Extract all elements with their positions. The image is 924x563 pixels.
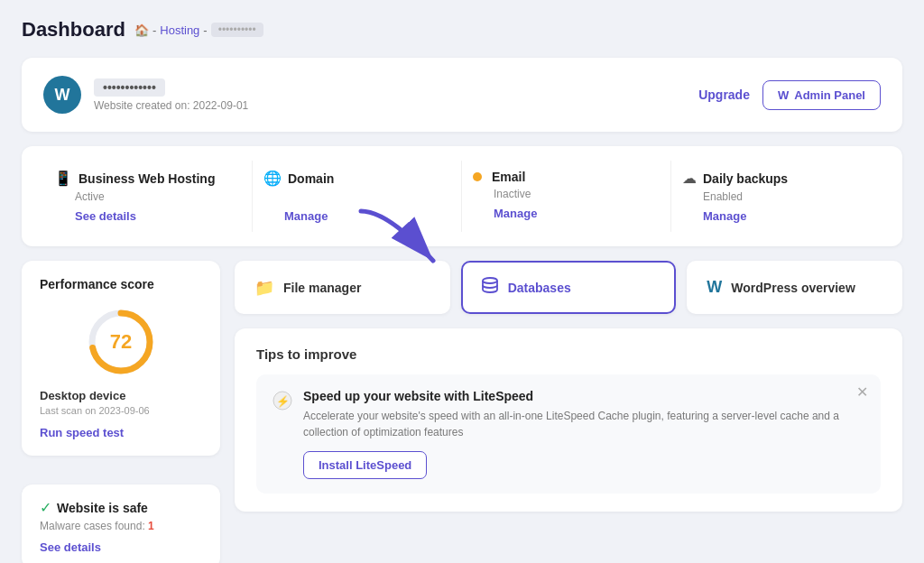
- admin-panel-button[interactable]: W Admin Panel: [762, 80, 881, 110]
- score-circle-wrap: 72: [40, 306, 202, 378]
- wordpress-logo: W: [43, 76, 81, 114]
- tip-heading: Speed up your website with LiteSpeed: [303, 389, 864, 403]
- close-tip-button[interactable]: ✕: [856, 385, 868, 400]
- website-meta: •••••••••••• Website created on: 2022-09…: [94, 78, 248, 112]
- upgrade-link[interactable]: Upgrade: [698, 88, 750, 102]
- score-circle: 72: [85, 306, 157, 378]
- tools-area: 📁 File manager Databases W Wor: [235, 261, 902, 328]
- service-hosting: 📱 Business Web Hosting Active See detail…: [43, 161, 253, 232]
- wp-icon-small: W: [778, 88, 789, 102]
- file-manager-button[interactable]: 📁 File manager: [235, 261, 450, 314]
- svg-point-3: [483, 278, 497, 283]
- hosting-link[interactable]: See details: [75, 209, 136, 223]
- malware-label: Malware cases found:: [40, 520, 145, 532]
- email-status: Inactive: [494, 188, 660, 200]
- backups-icon: ☁: [682, 170, 697, 187]
- tips-title: Tips to improve: [256, 346, 881, 362]
- left-panel: Performance score 72 Desktop device Last…: [22, 261, 220, 563]
- services-row: 📱 Business Web Hosting Active See detail…: [43, 161, 881, 232]
- domain-icon: 🌐: [263, 170, 282, 187]
- email-name: Email: [492, 170, 525, 184]
- admin-panel-label: Admin Panel: [794, 88, 865, 102]
- databases-button[interactable]: Databases: [461, 261, 677, 314]
- email-link[interactable]: Manage: [494, 207, 537, 220]
- backups-name: Daily backups: [703, 171, 788, 186]
- safety-card: ✓ Website is safe Malware cases found: 1…: [22, 485, 220, 563]
- website-actions: Upgrade W Admin Panel: [698, 80, 881, 110]
- backups-link[interactable]: Manage: [703, 209, 746, 223]
- home-icon: 🏠: [134, 23, 149, 37]
- service-email: Email Inactive Manage: [462, 161, 671, 232]
- breadcrumb-hosting-link[interactable]: Hosting: [160, 23, 199, 37]
- check-icon: ✓: [40, 499, 51, 516]
- domain-name: Domain: [288, 171, 334, 186]
- tools-row: 📁 File manager Databases W Wor: [235, 261, 902, 314]
- safety-see-details-link[interactable]: See details: [40, 540, 101, 554]
- hosting-status: Active: [75, 190, 241, 203]
- hosting-name: Business Web Hosting: [79, 171, 215, 186]
- breadcrumb: 🏠 - Hosting - ••••••••••: [134, 23, 263, 37]
- score-value: 72: [110, 330, 132, 354]
- service-domain: 🌐 Domain Manage: [253, 161, 462, 232]
- created-date: Website created on: 2022-09-01: [94, 99, 248, 112]
- install-litespeed-button[interactable]: Install LiteSpeed: [303, 451, 427, 479]
- tips-card: Tips to improve ⚡ Speed up your website …: [235, 328, 902, 512]
- hosting-icon: 📱: [54, 170, 72, 187]
- malware-count: 1: [148, 520, 154, 532]
- website-info: W •••••••••••• Website created on: 2022-…: [43, 76, 248, 114]
- wordpress-overview-label: WordPress overview: [731, 281, 855, 295]
- breadcrumb-separator: -: [152, 23, 156, 37]
- safe-header: ✓ Website is safe: [40, 499, 202, 516]
- service-backups: ☁ Daily backups Enabled Manage: [671, 161, 881, 232]
- page-title: Dashboard: [22, 18, 125, 42]
- malware-text: Malware cases found: 1: [40, 520, 202, 532]
- right-panel: 📁 File manager Databases W Wor: [235, 261, 902, 563]
- services-card: 📱 Business Web Hosting Active See detail…: [22, 146, 902, 246]
- svg-text:⚡: ⚡: [276, 394, 290, 408]
- wordpress-overview-button[interactable]: W WordPress overview: [687, 261, 902, 314]
- tip-lightning-icon: ⚡: [273, 391, 292, 415]
- tip-content: Speed up your website with LiteSpeed Acc…: [303, 389, 864, 479]
- website-card: W •••••••••••• Website created on: 2022-…: [22, 58, 902, 132]
- domain-link[interactable]: Manage: [284, 209, 328, 223]
- databases-label: Databases: [508, 281, 571, 295]
- performance-card: Performance score 72 Desktop device Last…: [22, 261, 220, 456]
- databases-icon: [481, 277, 499, 298]
- wordpress-overview-icon: W: [707, 278, 722, 297]
- scan-date: Last scan on 2023-09-06: [40, 405, 202, 416]
- safe-title: Website is safe: [57, 501, 148, 515]
- backups-status: Enabled: [703, 190, 870, 203]
- tip-item: ⚡ Speed up your website with LiteSpeed A…: [256, 374, 881, 494]
- main-content: Performance score 72 Desktop device Last…: [22, 261, 902, 563]
- email-status-dot: [473, 172, 482, 181]
- file-manager-icon: 📁: [254, 278, 274, 298]
- tip-description: Accelerate your website's speed with an …: [303, 408, 864, 440]
- breadcrumb-sep2: -: [203, 23, 207, 37]
- page-header: Dashboard 🏠 - Hosting - ••••••••••: [22, 18, 902, 42]
- file-manager-label: File manager: [283, 281, 361, 295]
- domain-status: [284, 190, 450, 203]
- run-speed-test-link[interactable]: Run speed test: [40, 426, 124, 439]
- device-label: Desktop device: [40, 389, 202, 402]
- wp-logo-text: W: [55, 86, 70, 105]
- breadcrumb-current: ••••••••••: [211, 23, 263, 37]
- performance-title: Performance score: [40, 277, 202, 291]
- website-name-placeholder: ••••••••••••: [94, 78, 165, 97]
